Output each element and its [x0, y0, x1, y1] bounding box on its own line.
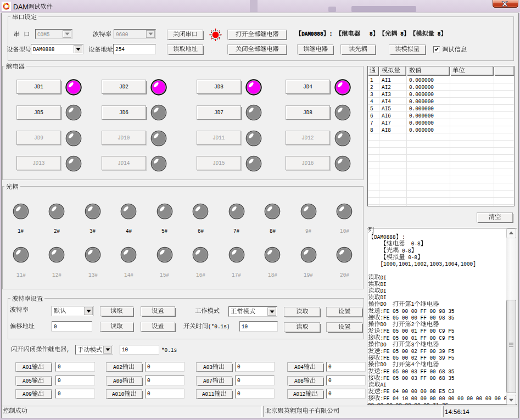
svg-text:0: 0: [58, 377, 61, 384]
svg-text:AI8: AI8: [382, 127, 391, 133]
svg-text:A04: A04: [294, 364, 304, 371]
svg-text:JD16: JD16: [301, 160, 314, 166]
svg-text:0.000000: 0.000000: [409, 91, 434, 98]
svg-text:6#: 6#: [198, 228, 204, 234]
svg-text:0: 0: [58, 363, 61, 370]
svg-text:5: 5: [370, 105, 373, 112]
svg-text:AI: AI: [381, 382, 387, 388]
svg-text:5#: 5#: [161, 228, 167, 234]
svg-text:DI: DI: [381, 275, 387, 281]
svg-text:JD12: JD12: [301, 135, 314, 141]
svg-text:12#: 12#: [52, 272, 61, 278]
svg-text:JD9: JD9: [34, 135, 43, 141]
svg-text:AI2: AI2: [382, 84, 391, 91]
svg-text:2: 2: [411, 321, 415, 328]
svg-text:(*0.1s): (*0.1s): [208, 323, 230, 330]
svg-text:JD13: JD13: [32, 160, 45, 166]
svg-text:A010: A010: [112, 391, 125, 397]
svg-text:9600: 9600: [116, 31, 128, 38]
svg-text:JD5: JD5: [34, 109, 43, 116]
svg-text:0.000000: 0.000000: [409, 98, 434, 105]
svg-text:11#: 11#: [16, 272, 26, 278]
svg-text:JD14: JD14: [118, 160, 130, 166]
svg-text::FE 05 00 01 FF 00 C9 F5: :FE 05 00 01 FF 00 C9 F5: [381, 335, 455, 341]
svg-text:20#: 20#: [340, 272, 349, 278]
svg-text::: :: [329, 31, 333, 37]
svg-text:JD4: JD4: [303, 83, 312, 90]
svg-text::FE 05 00 02 FF 00 39 F5: :FE 05 00 02 FF 00 39 F5: [381, 355, 455, 361]
svg-text:0-8: 0-8: [402, 248, 411, 254]
svg-text:0: 0: [237, 390, 241, 397]
svg-text:A08: A08: [294, 378, 304, 384]
svg-text:A03: A03: [203, 364, 213, 371]
svg-text:JD7: JD7: [214, 109, 223, 116]
svg-text:COM5: COM5: [37, 31, 50, 38]
svg-text:9#: 9#: [305, 228, 311, 234]
svg-text:17#: 17#: [232, 272, 241, 278]
svg-text:2#: 2#: [54, 228, 60, 234]
svg-text:0: 0: [147, 363, 150, 370]
svg-text:0.000000: 0.000000: [409, 84, 434, 91]
svg-text:DO: DO: [381, 301, 387, 307]
svg-text:DO: DO: [381, 341, 387, 348]
svg-text:JD6: JD6: [119, 109, 128, 116]
svg-text:A09: A09: [23, 391, 32, 397]
svg-text:JD1: JD1: [34, 83, 43, 90]
svg-text:,: ,: [66, 346, 70, 353]
svg-text:0-8: 0-8: [411, 240, 421, 247]
svg-text:3: 3: [370, 91, 373, 98]
svg-text:254: 254: [115, 46, 125, 53]
svg-text::FE 05 00 03 FF 00 68 35: :FE 05 00 03 FF 00 68 35: [381, 368, 455, 375]
svg-text:7#: 7#: [233, 228, 239, 234]
svg-text:13#: 13#: [88, 272, 98, 278]
svg-text:JD3: JD3: [214, 83, 223, 90]
svg-text:4: 4: [370, 98, 373, 105]
svg-text:A07: A07: [203, 378, 213, 384]
svg-text:1: 1: [411, 301, 415, 307]
svg-text:0: 0: [147, 377, 150, 384]
svg-text:A01: A01: [23, 364, 32, 371]
svg-text:DI: DI: [381, 281, 387, 288]
svg-text::FE 04 10 00 00 00 00 00 00 00: :FE 04 10 00 00 00 00 00 00 00 00 00 00 …: [381, 395, 507, 402]
svg-text:[1000,1001,1002,1003,1004,1000: [1000,1001,1002,1003,1004,1000]: [381, 261, 476, 267]
svg-text:A06: A06: [113, 378, 122, 384]
svg-text:JD8: JD8: [303, 109, 312, 116]
svg-text:0: 0: [54, 323, 57, 330]
svg-text::FE 05 00 00 FF 00 98 35: :FE 05 00 00 FF 00 98 35: [381, 308, 455, 315]
svg-text:0: 0: [328, 377, 332, 384]
svg-text:15#: 15#: [160, 272, 169, 278]
svg-text::FE 05 00 00 FF 00 98 35: :FE 05 00 00 FF 00 98 35: [381, 315, 455, 321]
svg-text:14:56:14: 14:56:14: [445, 408, 469, 415]
svg-text:0.000000: 0.000000: [409, 113, 434, 119]
svg-text::FE 05 00 02 FF 00 39 F5: :FE 05 00 02 FF 00 39 F5: [381, 348, 455, 355]
svg-text:AI7: AI7: [382, 120, 391, 126]
svg-text:0.000000: 0.000000: [409, 105, 434, 112]
svg-text:10: 10: [242, 323, 248, 330]
svg-text:DI: DI: [381, 288, 387, 294]
svg-text::FE 05 00 03 FF 00 68 35: :FE 05 00 03 FF 00 68 35: [381, 375, 455, 382]
svg-text:14#: 14#: [124, 272, 133, 278]
svg-text:3: 3: [411, 341, 415, 348]
svg-text:8: 8: [370, 31, 373, 37]
svg-text:2: 2: [370, 84, 373, 91]
svg-text:0.000000: 0.000000: [409, 127, 434, 133]
svg-text:6: 6: [370, 113, 373, 119]
svg-text:16#: 16#: [196, 272, 205, 278]
svg-text:AI6: AI6: [382, 113, 391, 119]
svg-text:DO: DO: [381, 361, 387, 368]
svg-text:AI5: AI5: [382, 105, 391, 112]
svg-text:*0.1s: *0.1s: [161, 347, 177, 354]
svg-text::FE 04 00 00 00 08 E5 C3: :FE 04 00 00 00 08 E5 C3: [381, 388, 455, 395]
svg-text:8: 8: [370, 127, 373, 133]
svg-text:0: 0: [58, 390, 61, 397]
svg-text:0: 0: [147, 390, 150, 397]
svg-text:10: 10: [122, 346, 128, 353]
svg-text:00 00 00 00 00 00 00 71 2C: 00 00 00 00 00 00 00 71 2C: [368, 402, 448, 405]
svg-text::: :: [402, 234, 405, 240]
svg-text:AI3: AI3: [382, 91, 391, 98]
svg-text:JD11: JD11: [213, 135, 225, 141]
svg-text:A02: A02: [113, 364, 122, 371]
svg-text:DAM0888: DAM0888: [301, 31, 323, 37]
svg-text:7: 7: [370, 120, 373, 126]
svg-text:0: 0: [328, 390, 332, 397]
